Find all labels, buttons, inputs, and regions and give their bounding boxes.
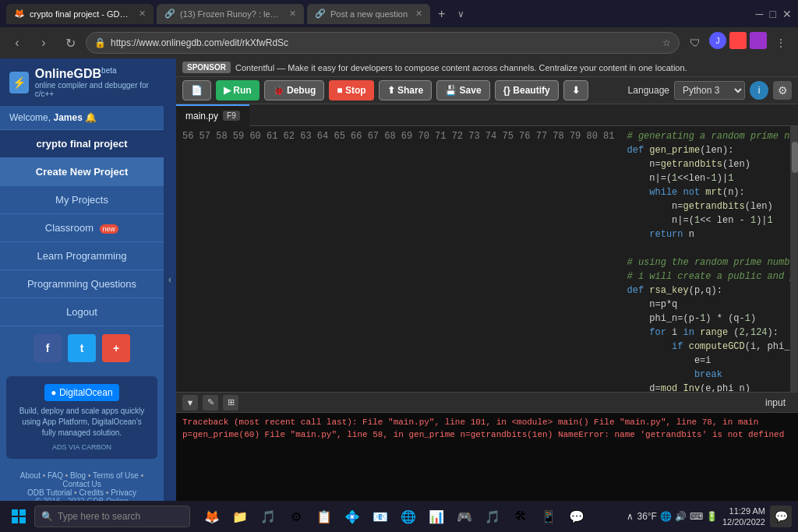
welcome-name: James <box>53 112 82 123</box>
sidebar-item-crypto-project[interactable]: crypto final project <box>0 130 164 158</box>
star-icon[interactable]: ☆ <box>662 37 671 48</box>
tab-active[interactable]: 🦊 crypto final project - GDB onli... ✕ <box>6 4 154 24</box>
maximize-button[interactable]: □ <box>770 8 776 20</box>
keyboard-icon[interactable]: ⌨ <box>690 511 703 522</box>
settings-button[interactable]: ⚙ <box>773 81 792 100</box>
tab-label-1: crypto final project - GDB onli... <box>30 9 131 19</box>
tab-label-3: Post a new question <box>330 9 408 19</box>
about-link[interactable]: About <box>20 471 41 480</box>
tutorial-link[interactable]: ODB Tutorial <box>27 488 72 497</box>
taskbar-search[interactable]: 🔍 Type here to search <box>34 506 190 527</box>
sidebar-item-label: Create New Project <box>36 166 129 178</box>
debug-button[interactable]: 🐞 Debug <box>264 80 325 100</box>
file-button[interactable]: 📄 <box>182 80 211 100</box>
volume-icon[interactable]: 🔊 <box>675 511 687 522</box>
taskbar-sys-icons: ∧ 36°F 🌐 🔊 ⌨ 🔋 <box>627 511 717 522</box>
contact-link[interactable]: Contact Us <box>62 480 101 488</box>
file-tab-main[interactable]: main.py F9 <box>176 104 249 126</box>
vertical-scrollbar[interactable] <box>790 126 798 392</box>
url-bar[interactable]: 🔒 https://www.onlinegdb.com/edit/rkXfwRd… <box>86 32 680 54</box>
output-edit-button[interactable]: ✎ <box>203 395 218 410</box>
sidebar-item-label: My Projects <box>55 194 108 206</box>
blog-link[interactable]: Blog <box>70 471 86 480</box>
forward-button[interactable]: › <box>33 32 55 54</box>
sidebar-collapse-button[interactable]: ‹ <box>164 58 176 501</box>
back-button[interactable]: ‹ <box>6 32 28 54</box>
taskbar-icon-1[interactable]: 🦊 <box>200 504 224 529</box>
extensions-button[interactable]: ⋮ <box>770 32 792 54</box>
privacy-link[interactable]: Privacy <box>111 488 136 497</box>
taskbar-icon-2[interactable]: 📁 <box>228 504 252 529</box>
language-dropdown[interactable]: Python 3 C C++ Java JavaScript <box>674 81 745 100</box>
output-clear-button[interactable]: ⊞ <box>223 395 238 410</box>
sidebar-item-logout[interactable]: Logout <box>0 298 164 326</box>
sidebar-item-programming-questions[interactable]: Programming Questions <box>0 270 164 298</box>
tab-close-1[interactable]: ✕ <box>139 9 146 19</box>
credits-link[interactable]: Credits <box>79 488 104 497</box>
profile-icon[interactable]: J <box>709 32 726 49</box>
minimize-button[interactable]: ─ <box>756 8 764 20</box>
stop-button[interactable]: ■ Stop <box>329 80 373 100</box>
tab-close-2[interactable]: ✕ <box>289 9 296 19</box>
taskbar-time: 11:29 AM 12/20/2022 <box>722 506 765 528</box>
taskbar-icon-12[interactable]: 🛠 <box>508 504 533 529</box>
tab-2[interactable]: 🔗 (13) Frozen Runoy? : learnpytho... ✕ <box>157 4 304 24</box>
twitter-button[interactable]: t <box>68 334 96 362</box>
tab-favicon-3: 🔗 <box>315 9 326 19</box>
info-button[interactable]: i <box>750 81 768 100</box>
start-button[interactable] <box>6 504 31 529</box>
sidebar-item-my-projects[interactable]: My Projects <box>0 186 164 214</box>
tab-close-3[interactable]: ✕ <box>415 9 422 19</box>
code-editor[interactable]: # generating a random prime number given… <box>621 126 791 392</box>
share-button[interactable]: ⬆ Share <box>379 80 433 100</box>
scrollbar-thumb[interactable] <box>792 142 798 173</box>
tab-3[interactable]: 🔗 Post a new question ✕ <box>307 4 430 24</box>
save-button[interactable]: 💾 Save <box>436 80 489 100</box>
main-layout: ⚡ OnlineGDBbeta online compiler and debu… <box>0 58 798 501</box>
sidebar-social: f t + <box>0 326 164 370</box>
battery-icon[interactable]: 🔋 <box>706 511 718 522</box>
taskbar-icon-14[interactable]: 💬 <box>564 504 589 529</box>
extension-icon-2[interactable] <box>750 32 767 49</box>
sidebar-item-create-project[interactable]: Create New Project <box>0 158 164 186</box>
taskbar-icon-3[interactable]: 🎵 <box>256 504 281 529</box>
sidebar-item-label: crypto final project <box>36 138 127 150</box>
taskbar-icon-9[interactable]: 📊 <box>424 504 449 529</box>
taskbar-icon-7[interactable]: 📧 <box>368 504 393 529</box>
tab-favicon-2: 🔗 <box>164 9 175 19</box>
taskbar-icon-10[interactable]: 🎮 <box>452 504 477 529</box>
svg-rect-1 <box>19 509 26 516</box>
taskbar-icon-13[interactable]: 📱 <box>536 504 561 529</box>
facebook-button[interactable]: f <box>34 334 62 362</box>
new-tab-button[interactable]: + <box>433 7 450 21</box>
download-button[interactable]: ⬇ <box>563 80 588 100</box>
chevron-up-icon[interactable]: ∧ <box>627 511 634 522</box>
taskbar: 🔍 Type here to search 🦊 📁 🎵 ⚙ 📋 💠 📧 🌐 📊 … <box>0 501 798 532</box>
url-text: https://www.onlinegdb.com/edit/rkXfwRdSc <box>111 37 658 48</box>
terms-link[interactable]: Terms of Use <box>93 471 139 480</box>
taskbar-icon-11[interactable]: 🎵 <box>480 504 505 529</box>
extension-icon-1[interactable] <box>729 32 747 49</box>
taskbar-icon-4[interactable]: ⚙ <box>284 504 309 529</box>
network-icon[interactable]: 🌐 <box>660 511 672 522</box>
shield-icon[interactable]: 🛡 <box>684 32 706 54</box>
output-toggle-button[interactable]: ▼ <box>182 395 198 410</box>
taskbar-icon-5[interactable]: 📋 <box>312 504 337 529</box>
plus-button[interactable]: + <box>102 334 130 362</box>
tab-favicon: 🦊 <box>14 9 25 19</box>
taskbar-icon-6[interactable]: 💠 <box>340 504 365 529</box>
language-selector: Language Python 3 C C++ Java JavaScript <box>628 81 745 100</box>
refresh-button[interactable]: ↻ <box>59 32 81 54</box>
taskbar-icon-8[interactable]: 🌐 <box>396 504 421 529</box>
taskbar-right: ∧ 36°F 🌐 🔊 ⌨ 🔋 11:29 AM 12/20/2022 💬 <box>627 506 792 528</box>
faq-link[interactable]: FAQ <box>48 471 63 480</box>
notification-button[interactable]: 💬 <box>770 506 792 527</box>
welcome-text: Welcome, <box>9 112 53 123</box>
sidebar-item-classroom[interactable]: Classroom new <box>0 214 164 242</box>
sidebar-item-learn-programming[interactable]: Learn Programming <box>0 242 164 270</box>
close-button[interactable]: ✕ <box>782 8 792 20</box>
output-panel: ▼ ✎ ⊞ input Traceback (most recent call … <box>176 392 798 501</box>
run-button[interactable]: ▶ Run <box>216 80 260 100</box>
beautify-button[interactable]: {} Beautify <box>495 80 559 100</box>
tab-overflow-button[interactable]: ∨ <box>453 9 469 19</box>
